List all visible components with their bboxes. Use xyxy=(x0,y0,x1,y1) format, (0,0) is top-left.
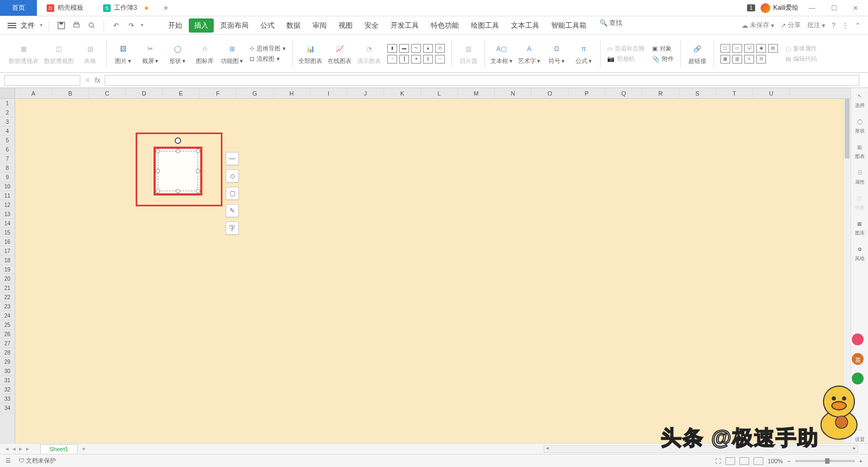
row-header[interactable]: 14 xyxy=(0,219,15,228)
badge-green-icon[interactable] xyxy=(851,371,865,386)
rtab-review[interactable]: 审阅 xyxy=(307,18,332,33)
resize-handle-w[interactable] xyxy=(156,169,160,173)
tab-home[interactable]: 首页 xyxy=(0,0,37,16)
col-header[interactable]: P xyxy=(569,88,605,98)
form-btn2[interactable]: ▭ xyxy=(732,44,742,53)
status-menu-icon[interactable]: ☰ xyxy=(5,457,11,464)
row-header[interactable]: 11 xyxy=(0,191,15,200)
col-header[interactable]: T xyxy=(716,88,753,98)
collapse-ribbon-button[interactable]: ⌃ xyxy=(855,22,860,29)
col-header[interactable]: O xyxy=(532,88,569,98)
form-props-button[interactable]: ▢ 窗体属性 xyxy=(786,45,817,53)
sp-style[interactable]: ✿风格 xyxy=(855,244,865,262)
zoom-out-button[interactable]: − xyxy=(787,458,790,464)
col-header[interactable]: J xyxy=(347,88,384,98)
row-header[interactable]: 7 xyxy=(0,154,15,163)
form-btn8[interactable]: ≡ xyxy=(744,55,754,64)
row-header[interactable]: 25 xyxy=(0,320,15,330)
sheet-tab-1[interactable]: Sheet1 xyxy=(40,444,78,453)
area-chart-button[interactable]: ▲ xyxy=(423,44,433,53)
rtab-data[interactable]: 数据 xyxy=(281,18,306,33)
attachment-button[interactable]: 📎 附件 xyxy=(652,55,674,63)
undo-button[interactable]: ↶ xyxy=(110,19,123,32)
col-header[interactable]: E xyxy=(163,88,200,98)
row-header[interactable]: 20 xyxy=(0,274,15,283)
select-all-corner[interactable] xyxy=(0,88,15,99)
shape-button[interactable]: ◯形状 ▾ xyxy=(164,37,190,70)
vertical-scrollbar[interactable] xyxy=(843,99,851,443)
col-header[interactable]: F xyxy=(200,88,237,98)
flowchart-button[interactable]: ⊡ 流程图 ▾ xyxy=(250,55,280,63)
row-header[interactable]: 13 xyxy=(0,210,15,219)
row-header[interactable]: 26 xyxy=(0,330,15,339)
row-header[interactable]: 9 xyxy=(0,173,15,182)
scatter-chart-button[interactable]: ⁘ xyxy=(387,55,397,64)
combo-chart-button[interactable]: ⊻ xyxy=(423,55,433,64)
row-header[interactable]: 24 xyxy=(0,311,15,320)
user-menu[interactable]: Kaili爱绘 xyxy=(761,3,799,13)
row-header[interactable]: 30 xyxy=(0,367,15,376)
header-footer-button[interactable]: ▭ 页眉和页脚 xyxy=(607,45,644,53)
demo-chart-button[interactable]: ◔演示图表 xyxy=(355,37,383,70)
mindmap-button[interactable]: ⊹ 思维导图 ▾ xyxy=(250,45,286,53)
form-btn5[interactable]: ▤ xyxy=(768,44,778,53)
camera-button[interactable]: 📷 照相机 xyxy=(607,55,635,63)
col-header[interactable]: H xyxy=(273,88,310,98)
row-header[interactable]: 19 xyxy=(0,265,15,274)
sp-shape[interactable]: ◯形状 xyxy=(855,117,865,135)
row-header[interactable]: 6 xyxy=(0,145,15,154)
row-header[interactable]: 18 xyxy=(0,256,15,265)
line-chart-button[interactable]: 〜 xyxy=(411,44,421,53)
sp-settings[interactable]: ⋯设置 xyxy=(855,425,865,443)
view-pagebreak-button[interactable] xyxy=(754,457,763,465)
fx-icon[interactable]: fx xyxy=(95,76,100,84)
sp-analysis[interactable]: ◫分析 xyxy=(855,193,865,211)
row-header[interactable]: 8 xyxy=(0,163,15,173)
cancel-formula-icon[interactable]: ✕ xyxy=(85,76,91,84)
form-btn4[interactable]: ◉ xyxy=(756,44,766,53)
share-button[interactable]: ↗ 分享 xyxy=(781,21,801,30)
column-chart-button[interactable]: ▮ xyxy=(387,44,397,53)
textbox-button[interactable]: A▢文本框 ▾ xyxy=(488,37,515,70)
pivot-table-button[interactable]: ▦数据透视表 xyxy=(7,37,41,70)
minimize-button[interactable]: — xyxy=(804,0,820,16)
tab-add-button[interactable]: + xyxy=(158,0,174,16)
more-button[interactable]: ⋮ xyxy=(842,22,848,29)
row-header[interactable]: 27 xyxy=(0,339,15,348)
iconlib-button[interactable]: ☆图标库 xyxy=(192,37,218,70)
unsaved-button[interactable]: ☁ 未保存 ▾ xyxy=(742,21,774,30)
all-charts-button[interactable]: 📊全部图表 xyxy=(296,37,324,70)
print-button[interactable] xyxy=(70,19,83,32)
preview-button[interactable] xyxy=(85,19,98,32)
pie-chart-button[interactable]: ◴ xyxy=(435,44,445,53)
rtab-start[interactable]: 开始 xyxy=(163,18,188,33)
col-header[interactable]: R xyxy=(642,88,679,98)
float-edit-button[interactable]: ✎ xyxy=(226,204,239,217)
resize-handle-nw[interactable] xyxy=(156,149,160,153)
wordart-button[interactable]: A艺术字 ▾ xyxy=(516,37,542,70)
col-header[interactable]: G xyxy=(237,88,273,98)
col-header[interactable]: Q xyxy=(605,88,642,98)
row-header[interactable]: 31 xyxy=(0,376,15,385)
form-btn7[interactable]: ▥ xyxy=(732,55,742,64)
row-header[interactable]: 16 xyxy=(0,237,15,247)
col-header[interactable]: U xyxy=(753,88,790,98)
row-header[interactable]: 21 xyxy=(0,283,15,293)
col-header[interactable]: A xyxy=(15,88,52,98)
maximize-button[interactable]: ☐ xyxy=(826,0,842,16)
row-header[interactable]: 32 xyxy=(0,385,15,394)
help-button[interactable]: ? xyxy=(832,22,835,29)
picture-button[interactable]: 🖼图片 ▾ xyxy=(110,37,136,70)
edit-code-button[interactable]: ▤ 编辑代码 xyxy=(786,55,817,63)
more-chart-button[interactable]: ⋯ xyxy=(435,55,445,64)
sp-gallery[interactable]: ▦图库 xyxy=(855,219,865,237)
resize-handle-s[interactable] xyxy=(176,189,180,193)
sp-props[interactable]: ☷属性 xyxy=(855,168,865,186)
row-header[interactable]: 22 xyxy=(0,293,15,302)
zoom-level[interactable]: 100% xyxy=(768,458,783,464)
sp-chart[interactable]: ▥图表 xyxy=(855,142,865,160)
row-header[interactable]: 34 xyxy=(0,403,15,413)
row-header[interactable]: 5 xyxy=(0,136,15,145)
cells-area[interactable]: — ◇ ▢ ✎ 字 xyxy=(15,99,851,443)
zoom-in-button[interactable]: + xyxy=(859,458,863,464)
